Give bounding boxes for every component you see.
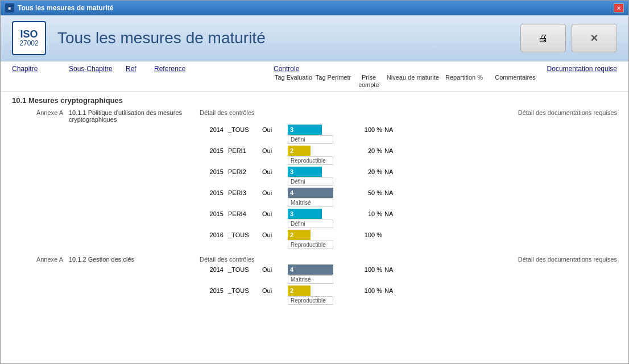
- window-icon: ■: [5, 3, 14, 13]
- niveau-bar: 2: [288, 146, 311, 156]
- prise-cell: Oui: [262, 168, 288, 175]
- year-cell: 2016: [200, 231, 228, 238]
- bar-value: 4: [290, 266, 293, 273]
- print-button[interactable]: 🖨: [520, 24, 566, 52]
- repartition-cell: 100 %: [345, 287, 384, 294]
- annex-label: Annexe A: [12, 109, 69, 116]
- repartition-cell: 100 %: [345, 231, 384, 238]
- window-title: Tous les mesures de maturité: [18, 4, 114, 12]
- prise-cell: Oui: [262, 210, 288, 217]
- repartition-cell: 10 %: [345, 210, 384, 217]
- niveau-label: Maîtrisé: [288, 275, 333, 284]
- repartition-cell: 20 %: [345, 168, 384, 175]
- prise-cell: Oui: [262, 266, 288, 273]
- tag-cell: _TOUS: [228, 287, 262, 294]
- year-cell: 2015: [200, 287, 228, 294]
- close-button[interactable]: ×: [572, 24, 617, 52]
- repartition-cell: 100 %: [345, 126, 384, 133]
- tag-cell: PERI2: [228, 168, 262, 175]
- title-bar: ■ Tous les mesures de maturité ✕: [1, 1, 628, 15]
- data-row: 2015PERI4Oui310 %NA: [200, 208, 617, 220]
- year-cell: 2014: [200, 266, 228, 273]
- ref-number: 10.1.2 Gestion des clés: [69, 256, 200, 263]
- doc-text: Détail des documentations requises: [274, 256, 617, 263]
- col-sous-chapitre-header[interactable]: Sous-Chapitre: [69, 65, 126, 73]
- col-controle-header[interactable]: Controle: [274, 65, 342, 73]
- year-cell: 2015: [200, 168, 228, 175]
- data-row: 2016_TOUSOui2100 %: [200, 229, 617, 241]
- tag-cell: _TOUS: [228, 266, 262, 273]
- col-reference-header[interactable]: Reference: [154, 65, 274, 73]
- commentaire-cell: NA: [384, 189, 419, 196]
- niveau-wrapper: 2: [288, 286, 345, 296]
- niveau-bar: 4: [288, 264, 333, 275]
- col-headers-row1: Chapitre Sous-Chapitre Ref Reference Con…: [12, 65, 617, 73]
- label-row: Reproductible: [200, 156, 617, 166]
- bar-value: 2: [290, 287, 293, 294]
- year-cell: 2014: [200, 126, 228, 133]
- iso-logo-text: ISO: [20, 29, 38, 39]
- doc-text: Détail des documentations requises: [274, 109, 617, 116]
- prise-cell: Oui: [262, 231, 288, 238]
- sub-col-repartition: Repartition %: [441, 74, 487, 89]
- commentaire-cell: NA: [384, 168, 419, 175]
- window-close-btn[interactable]: ✕: [614, 3, 624, 13]
- label-row: Reproductible: [200, 296, 617, 306]
- sub-col-prise: Prise compte: [353, 74, 384, 89]
- prise-cell: Oui: [262, 126, 288, 133]
- table-content: 10.1 Mesures cryptographiquesAnnexe A10.…: [12, 92, 617, 309]
- title-bar-left: ■ Tous les mesures de maturité: [5, 3, 114, 13]
- sub-section-row: Annexe A10.1.1 Politique d'utilisation d…: [12, 107, 617, 124]
- sub-col-commentaires: Commentaires: [487, 74, 544, 89]
- niveau-label: Défini: [288, 135, 333, 144]
- bar-value: 2: [290, 231, 293, 238]
- year-cell: 2015: [200, 189, 228, 196]
- bar-value: 3: [290, 210, 293, 217]
- bar-value: 3: [290, 168, 293, 175]
- data-row: 2014_TOUSOui3100 %NA: [200, 124, 617, 135]
- header-left: ISO 27002 Tous les mesures de maturité: [12, 21, 266, 55]
- niveau-wrapper: 3: [288, 167, 345, 177]
- annex-label: Annexe A: [12, 256, 69, 263]
- label-row: Reproductible: [200, 241, 617, 250]
- table-area[interactable]: 10.1 Mesures cryptographiquesAnnexe A10.…: [1, 92, 628, 363]
- niveau-label: Défini: [288, 177, 333, 186]
- col-headers-row2: Tag Evaluatio Tag Perimetr Prise compte …: [274, 74, 617, 89]
- niveau-bar: 2: [288, 230, 311, 240]
- repartition-cell: 50 %: [345, 189, 384, 196]
- repartition-cell: 100 %: [345, 266, 384, 273]
- data-row: 2015PERI1Oui220 %NA: [200, 145, 617, 156]
- iso-logo-number: 27002: [19, 39, 38, 47]
- label-row: Maîtrisé: [200, 198, 617, 208]
- controle-text: Détail des contrôles: [200, 256, 274, 263]
- ref-number: 10.1.1 Politique d'utilisation des mesur…: [69, 109, 200, 123]
- title-bar-controls: ✕: [614, 3, 624, 13]
- col-chapitre-header[interactable]: Chapitre: [12, 65, 69, 73]
- niveau-wrapper: 2: [288, 230, 345, 240]
- niveau-wrapper: 3: [288, 125, 345, 135]
- col-doc-requise-header[interactable]: Documentation requise: [342, 65, 617, 73]
- niveau-bar: 3: [288, 167, 322, 177]
- sub-col-niveau: Niveau de maturite: [384, 74, 441, 89]
- sub-col-tag-eval: Tag Evaluatio: [274, 74, 313, 89]
- data-row: 2015_TOUSOui2100 %NA: [200, 285, 617, 296]
- year-cell: 2015: [200, 147, 228, 154]
- controle-text: Détail des contrôles: [200, 109, 274, 116]
- tag-cell: PERI4: [228, 210, 262, 217]
- commentaire-cell: NA: [384, 210, 419, 217]
- main-window: ■ Tous les mesures de maturité ✕ ISO 270…: [0, 0, 629, 364]
- label-row: Défini: [200, 177, 617, 187]
- sub-col-tag-perim: Tag Perimetr: [313, 74, 353, 89]
- prise-cell: Oui: [262, 287, 288, 294]
- column-headers: Chapitre Sous-Chapitre Ref Reference Con…: [1, 61, 628, 92]
- commentaire-cell: NA: [384, 126, 419, 133]
- header-section: ISO 27002 Tous les mesures de maturité 🖨…: [1, 15, 628, 61]
- niveau-label: Maîtrisé: [288, 198, 333, 207]
- tag-cell: PERI1: [228, 147, 262, 154]
- prise-cell: Oui: [262, 147, 288, 154]
- niveau-wrapper: 2: [288, 146, 345, 156]
- col-ref-header[interactable]: Ref: [126, 65, 154, 73]
- niveau-wrapper: 4: [288, 264, 345, 275]
- tag-cell: _TOUS: [228, 231, 262, 238]
- data-row: 2015PERI2Oui320 %NA: [200, 166, 617, 177]
